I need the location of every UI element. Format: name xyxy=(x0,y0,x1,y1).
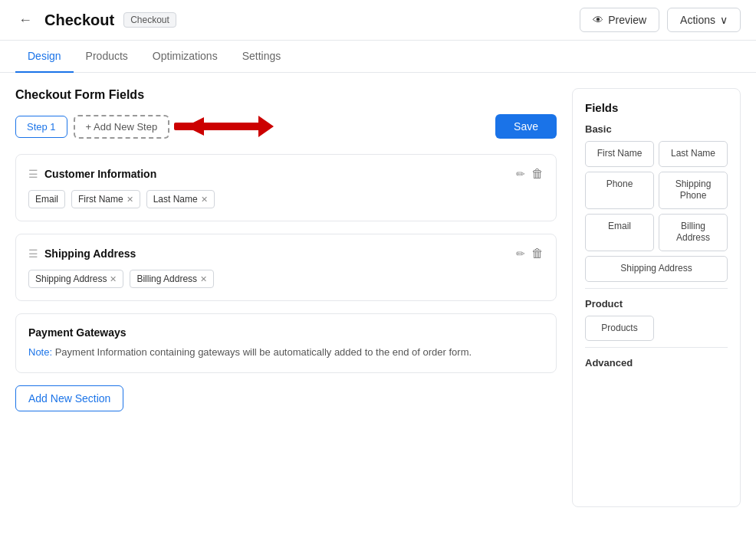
basic-product-divider xyxy=(585,288,728,289)
step1-button[interactable]: Step 1 xyxy=(15,116,67,138)
card-header-shipping: ☰ Shipping Address ✏ 🗑 xyxy=(28,247,544,260)
card-header-customer: ☰ Customer Information ✏ 🗑 xyxy=(28,167,544,181)
field-products[interactable]: Products xyxy=(585,316,654,342)
fields-panel-title: Fields xyxy=(585,101,728,114)
section-title: Checkout Form Fields xyxy=(15,88,557,102)
add-step-container: + Add New Step xyxy=(74,115,170,139)
steps-row: Step 1 + Add New Step xyxy=(15,114,557,139)
drag-icon-shipping[interactable]: ☰ xyxy=(28,247,38,260)
shipping-address-title: Shipping Address xyxy=(44,247,510,260)
fields-panel: Fields Basic First Name Last Name Phone … xyxy=(572,88,741,507)
drag-icon-customer[interactable]: ☰ xyxy=(28,168,38,180)
red-arrow-pointing-left xyxy=(174,110,274,143)
tag-billing-address: Billing Address ✕ xyxy=(130,270,214,288)
tag-shipping-address: Shipping Address ✕ xyxy=(28,270,123,288)
edit-icon-shipping[interactable]: ✏ xyxy=(516,247,525,260)
shipping-address-card: ☰ Shipping Address ✏ 🗑 Shipping Address … xyxy=(15,234,557,301)
add-section-button[interactable]: Add New Section xyxy=(15,385,123,411)
tab-settings[interactable]: Settings xyxy=(230,41,294,73)
chevron-down-icon: ∨ xyxy=(720,14,728,26)
field-shipping-address[interactable]: Shipping Address xyxy=(585,256,728,282)
field-shipping-phone[interactable]: Shipping Phone xyxy=(659,172,728,209)
customer-info-title: Customer Information xyxy=(44,168,510,180)
customer-tags: Email First Name ✕ Last Name ✕ xyxy=(28,190,544,208)
field-phone[interactable]: Phone xyxy=(585,172,654,209)
field-email[interactable]: Email xyxy=(585,214,654,251)
shipping-tags: Shipping Address ✕ Billing Address ✕ xyxy=(28,270,544,288)
tab-design[interactable]: Design xyxy=(15,41,74,73)
tab-products[interactable]: Products xyxy=(74,41,140,73)
preview-button[interactable]: 👁 Preview xyxy=(580,8,659,32)
eye-icon: 👁 xyxy=(593,14,603,26)
tag-email: Email xyxy=(28,190,65,208)
tabs-bar: Design Products Optimizations Settings xyxy=(0,41,756,73)
back-button[interactable]: ← xyxy=(15,9,35,31)
delete-icon-shipping[interactable]: 🗑 xyxy=(531,247,544,260)
remove-shipping-address[interactable]: ✕ xyxy=(110,274,117,284)
delete-icon-customer[interactable]: 🗑 xyxy=(531,167,544,181)
left-panel: Checkout Form Fields Step 1 + Add New St… xyxy=(15,88,557,507)
edit-icon-customer[interactable]: ✏ xyxy=(516,168,525,180)
field-first-name[interactable]: First Name xyxy=(585,141,654,167)
payment-gateways-card: Payment Gateways Note: Payment Informati… xyxy=(15,313,557,373)
remove-last-name[interactable]: ✕ xyxy=(201,195,208,205)
save-button[interactable]: Save xyxy=(495,114,557,139)
basic-fields-grid: First Name Last Name Phone Shipping Phon… xyxy=(585,141,728,282)
tag-last-name: Last Name ✕ xyxy=(146,190,215,208)
header-badge: Checkout xyxy=(123,12,176,28)
main-content: Checkout Form Fields Step 1 + Add New St… xyxy=(0,73,756,523)
advanced-section-label: Advanced xyxy=(585,357,728,369)
product-fields-grid: Products xyxy=(585,316,728,342)
tag-first-name: First Name ✕ xyxy=(71,190,140,208)
customer-info-card: ☰ Customer Information ✏ 🗑 Email First N… xyxy=(15,154,557,221)
basic-section-label: Basic xyxy=(585,123,728,135)
add-step-button[interactable]: + Add New Step xyxy=(74,115,170,139)
header-actions: 👁 Preview Actions ∨ xyxy=(580,8,741,32)
remove-billing-address[interactable]: ✕ xyxy=(200,274,207,284)
remove-first-name[interactable]: ✕ xyxy=(127,195,133,205)
payment-note: Note: Payment Information containing gat… xyxy=(28,345,544,360)
payment-title: Payment Gateways xyxy=(28,326,544,339)
product-section-label: Product xyxy=(585,298,728,310)
field-billing-address[interactable]: Billing Address xyxy=(659,214,728,251)
header: ← Checkout Checkout 👁 Preview Actions ∨ xyxy=(0,0,756,41)
note-highlight: Note: xyxy=(28,346,52,358)
page-title: Checkout xyxy=(44,11,114,29)
svg-marker-1 xyxy=(258,116,274,137)
actions-button[interactable]: Actions ∨ xyxy=(667,8,741,32)
field-last-name[interactable]: Last Name xyxy=(659,141,728,167)
tab-optimizations[interactable]: Optimizations xyxy=(140,41,230,73)
product-advanced-divider xyxy=(585,347,728,348)
svg-rect-2 xyxy=(174,123,260,130)
